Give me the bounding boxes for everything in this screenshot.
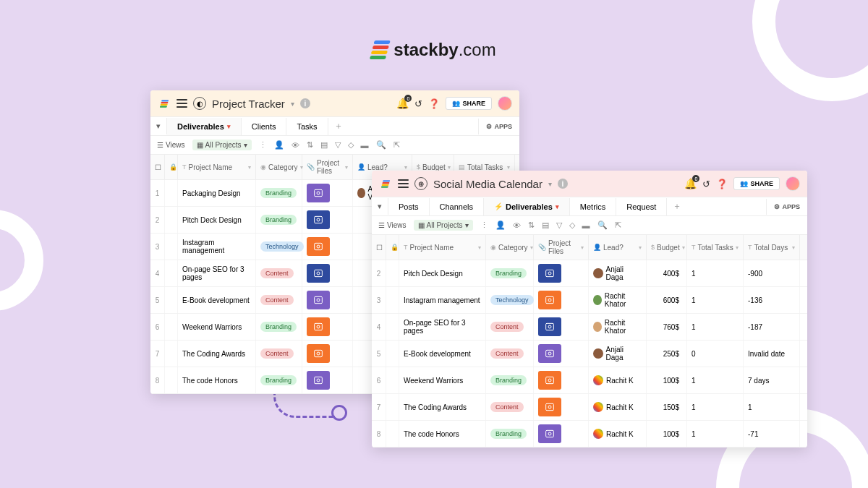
cell-tasks[interactable]: 1 <box>687 367 744 393</box>
chevron-down-icon[interactable]: ▾ <box>291 100 294 108</box>
cell-file[interactable] <box>534 394 589 420</box>
cell-file[interactable] <box>302 180 353 206</box>
cell-category[interactable]: Branding <box>486 260 534 286</box>
cell-lead[interactable]: Rachit Khator <box>589 314 647 340</box>
cell-days[interactable]: -71 <box>744 421 800 447</box>
person-icon[interactable]: 👤 <box>274 140 284 150</box>
cell-name[interactable]: The code Honors <box>399 421 486 447</box>
more-icon[interactable]: ⋮ <box>480 221 488 230</box>
cell-file[interactable] <box>302 234 353 260</box>
cell-days[interactable]: -900 <box>744 260 800 286</box>
more-icon[interactable]: ⋮ <box>259 140 267 150</box>
column-tasks[interactable]: TTotal Tasks▾ <box>687 235 744 260</box>
export-icon[interactable]: ⇱ <box>615 221 621 230</box>
apps-button[interactable]: ⚙ APPS <box>478 119 519 134</box>
cell-name[interactable]: The code Honors <box>178 367 256 393</box>
table-row[interactable]: 7The Coding AwardsContentRachit K150$11 <box>372 394 807 421</box>
cell-name[interactable]: Weekend Warriors <box>178 314 256 340</box>
tab-channels[interactable]: Channels <box>430 198 484 215</box>
cell-name[interactable]: Instagram management <box>399 287 486 313</box>
tab-posts[interactable]: Posts <box>388 198 430 215</box>
expand-icon[interactable]: ▾ <box>150 118 167 134</box>
file-thumbnail[interactable] <box>538 398 561 416</box>
hide-fields-icon[interactable]: 👁 <box>292 141 299 150</box>
cell-file[interactable] <box>302 287 353 313</box>
help-icon[interactable]: ❓ <box>716 179 728 189</box>
cell-tasks[interactable]: 1 <box>687 421 744 447</box>
expand-icon[interactable]: ▾ <box>372 198 388 215</box>
row-height-icon[interactable]: ▬ <box>361 141 369 150</box>
cell-file[interactable] <box>534 341 589 367</box>
cell-file[interactable] <box>302 314 353 340</box>
cell-name[interactable]: E-Book development <box>178 287 256 313</box>
cell-budget[interactable]: 150$ <box>647 394 687 420</box>
notifications-icon[interactable]: 🔔0 <box>684 178 697 189</box>
cell-days[interactable]: -187 <box>744 314 800 340</box>
cell-budget[interactable]: 760$ <box>647 314 687 340</box>
cell-category[interactable]: Branding <box>256 180 302 206</box>
sort-icon[interactable]: ▽ <box>335 140 341 150</box>
cell-category[interactable]: Technology <box>256 234 302 260</box>
cell-name[interactable]: The Coding Awards <box>399 394 486 420</box>
hide-fields-icon[interactable]: 👁 <box>513 221 521 230</box>
cell-name[interactable]: Pitch Deck Design <box>178 207 256 233</box>
column-category[interactable]: ◉Category▾ <box>486 235 534 260</box>
cell-name[interactable]: E-Book development <box>399 341 486 367</box>
column-days[interactable]: TTotal Days▾ <box>744 235 800 260</box>
cell-category[interactable]: Content <box>486 394 534 420</box>
history-icon[interactable]: ↺ <box>414 98 422 109</box>
views-menu[interactable]: ☰ Views <box>378 221 407 229</box>
cell-file[interactable] <box>534 260 589 286</box>
sort-icon[interactable]: ▽ <box>556 221 562 230</box>
cell-lead[interactable]: Anjali Daga <box>589 341 647 367</box>
search-icon[interactable]: 🔍 <box>376 140 386 150</box>
cell-name[interactable]: The Coding Awards <box>178 341 256 367</box>
file-thumbnail[interactable] <box>538 291 561 309</box>
file-thumbnail[interactable] <box>538 371 561 390</box>
cell-days[interactable]: 7 days <box>744 367 800 393</box>
cell-category[interactable]: Branding <box>486 421 534 447</box>
add-tab-button[interactable]: ＋ <box>328 117 349 135</box>
filter-icon[interactable]: ⇅ <box>528 221 535 230</box>
search-icon[interactable]: 🔍 <box>597 221 608 230</box>
cell-days[interactable]: -136 <box>744 287 800 313</box>
menu-icon[interactable] <box>398 179 409 188</box>
cell-file[interactable] <box>534 314 589 340</box>
cell-budget[interactable]: 250$ <box>647 341 687 367</box>
user-avatar[interactable] <box>498 96 512 111</box>
cell-category[interactable]: Content <box>256 287 302 313</box>
cell-tasks[interactable]: 0 <box>687 341 744 367</box>
cell-name[interactable]: Packaging Design <box>178 180 256 206</box>
cell-name[interactable]: Pitch Deck Design <box>399 260 486 286</box>
file-thumbnail[interactable] <box>307 291 330 309</box>
file-thumbnail[interactable] <box>307 317 330 336</box>
notifications-icon[interactable]: 🔔0 <box>396 98 409 109</box>
file-thumbnail[interactable] <box>538 344 561 363</box>
chevron-down-icon[interactable]: ▾ <box>548 180 552 188</box>
export-icon[interactable]: ⇱ <box>393 140 400 150</box>
cell-tasks[interactable]: 1 <box>687 314 744 340</box>
cell-budget[interactable]: 600$ <box>647 287 687 313</box>
tab-deliverables[interactable]: Deliverables ▾ <box>167 118 242 135</box>
add-tab-button[interactable]: ＋ <box>667 197 687 215</box>
person-icon[interactable]: 👤 <box>495 221 506 230</box>
menu-icon[interactable] <box>176 99 187 108</box>
cell-days[interactable]: Invalid date <box>744 341 800 367</box>
cell-budget[interactable]: 400$ <box>647 260 687 286</box>
file-thumbnail[interactable] <box>307 237 330 256</box>
cell-category[interactable]: Content <box>486 314 534 340</box>
workspace-icon[interactable]: ⊕ <box>414 177 427 190</box>
table-row[interactable]: 6Weekend WarriorsBrandingRachit K100$17 … <box>372 367 807 394</box>
cell-lead[interactable]: Rachit K <box>589 421 647 447</box>
cell-days[interactable]: 1 <box>744 394 800 420</box>
filter-icon[interactable]: ⇅ <box>307 140 313 150</box>
cell-name[interactable]: Instagram management <box>178 234 256 260</box>
table-row[interactable]: 4On-page SEO for 3 pagesContentRachit Kh… <box>372 314 807 341</box>
column-files[interactable]: 📎Project Files▾ <box>534 235 589 260</box>
info-icon[interactable]: i <box>300 98 310 108</box>
cell-name[interactable]: On-page SEO for 3 pages <box>399 314 486 340</box>
cell-file[interactable] <box>534 367 589 393</box>
column-project-name[interactable]: TProject Name▾ <box>399 235 486 260</box>
file-thumbnail[interactable] <box>307 371 330 390</box>
table-row[interactable]: 8The code HonorsBrandingRachit K100$1-71 <box>372 421 807 448</box>
